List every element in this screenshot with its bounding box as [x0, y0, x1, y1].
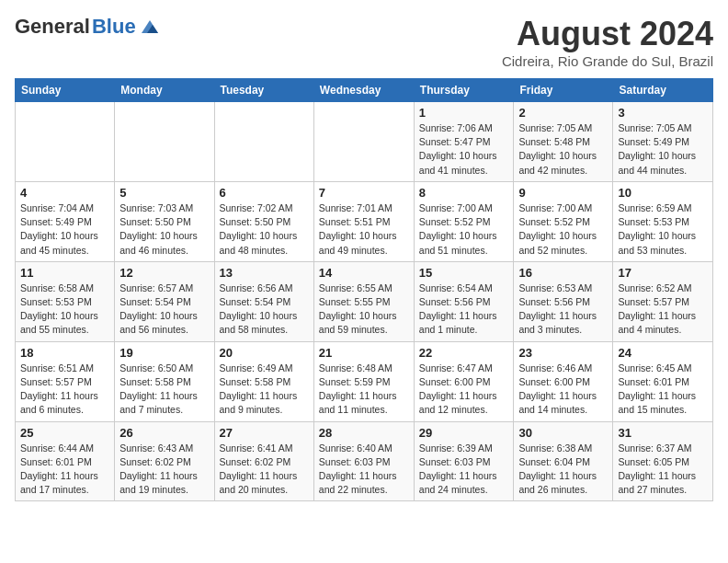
day-number: 4 [20, 186, 109, 200]
table-row [313, 102, 414, 182]
day-info: Sunrise: 6:59 AMSunset: 5:53 PMDaylight:… [618, 201, 708, 258]
day-info: Sunrise: 7:01 AMSunset: 5:51 PMDaylight:… [319, 201, 409, 258]
table-row: 31Sunrise: 6:37 AMSunset: 6:05 PMDayligh… [613, 421, 713, 501]
table-row: 9Sunrise: 7:00 AMSunset: 5:52 PMDaylight… [514, 181, 613, 261]
table-row: 21Sunrise: 6:48 AMSunset: 5:59 PMDayligh… [313, 341, 414, 421]
day-info: Sunrise: 7:02 AMSunset: 5:50 PMDaylight:… [220, 201, 309, 258]
day-number: 21 [319, 346, 409, 360]
week-row-4: 18Sunrise: 6:51 AMSunset: 5:57 PMDayligh… [16, 341, 713, 421]
day-info: Sunrise: 6:53 AMSunset: 5:56 PMDaylight:… [518, 282, 608, 338]
day-info: Sunrise: 7:00 AMSunset: 5:52 PMDaylight:… [518, 201, 608, 258]
table-row: 19Sunrise: 6:50 AMSunset: 5:58 PMDayligh… [115, 341, 214, 421]
table-row: 7Sunrise: 7:01 AMSunset: 5:51 PMDaylight… [313, 181, 414, 261]
header-saturday: Saturday [613, 79, 713, 102]
table-row: 12Sunrise: 6:57 AMSunset: 5:54 PMDayligh… [115, 261, 214, 341]
day-info: Sunrise: 6:43 AMSunset: 6:02 PMDaylight:… [119, 442, 209, 498]
day-number: 23 [518, 346, 608, 360]
day-number: 11 [20, 266, 109, 280]
weekday-header-row: Sunday Monday Tuesday Wednesday Thursday… [16, 79, 713, 102]
header-thursday: Thursday [414, 79, 514, 102]
table-row: 2Sunrise: 7:05 AMSunset: 5:48 PMDaylight… [514, 102, 613, 182]
day-info: Sunrise: 7:03 AMSunset: 5:50 PMDaylight:… [119, 201, 209, 258]
week-row-5: 25Sunrise: 6:44 AMSunset: 6:01 PMDayligh… [16, 421, 713, 501]
day-number: 1 [419, 106, 509, 120]
day-number: 6 [220, 186, 309, 200]
table-row: 14Sunrise: 6:55 AMSunset: 5:55 PMDayligh… [313, 261, 414, 341]
day-info: Sunrise: 6:46 AMSunset: 6:00 PMDaylight:… [518, 362, 608, 418]
table-row: 26Sunrise: 6:43 AMSunset: 6:02 PMDayligh… [115, 421, 214, 501]
day-number: 8 [419, 186, 509, 200]
day-number: 29 [419, 426, 509, 440]
week-row-2: 4Sunrise: 7:04 AMSunset: 5:49 PMDaylight… [16, 181, 713, 261]
logo-blue: Blue [92, 15, 136, 39]
day-number: 5 [119, 186, 209, 200]
table-row: 27Sunrise: 6:41 AMSunset: 6:02 PMDayligh… [214, 421, 313, 501]
table-row: 25Sunrise: 6:44 AMSunset: 6:01 PMDayligh… [16, 421, 115, 501]
day-info: Sunrise: 6:39 AMSunset: 6:03 PMDaylight:… [419, 442, 509, 498]
day-info: Sunrise: 7:05 AMSunset: 5:49 PMDaylight:… [618, 121, 708, 178]
day-info: Sunrise: 7:05 AMSunset: 5:48 PMDaylight:… [518, 121, 608, 178]
table-row: 4Sunrise: 7:04 AMSunset: 5:49 PMDaylight… [16, 181, 115, 261]
day-number: 22 [419, 346, 509, 360]
day-info: Sunrise: 6:44 AMSunset: 6:01 PMDaylight:… [20, 442, 109, 498]
day-info: Sunrise: 7:04 AMSunset: 5:49 PMDaylight:… [20, 201, 109, 258]
header-wednesday: Wednesday [313, 79, 414, 102]
table-row: 11Sunrise: 6:58 AMSunset: 5:53 PMDayligh… [16, 261, 115, 341]
table-row [214, 102, 313, 182]
day-number: 25 [20, 426, 109, 440]
day-number: 24 [618, 346, 708, 360]
logo: General Blue [15, 15, 160, 39]
day-number: 10 [618, 186, 708, 200]
day-info: Sunrise: 6:38 AMSunset: 6:04 PMDaylight:… [518, 442, 608, 498]
day-number: 27 [220, 426, 309, 440]
day-number: 17 [618, 266, 708, 280]
header-sunday: Sunday [16, 79, 115, 102]
day-info: Sunrise: 6:56 AMSunset: 5:54 PMDaylight:… [220, 282, 309, 338]
table-row: 20Sunrise: 6:49 AMSunset: 5:58 PMDayligh… [214, 341, 313, 421]
day-number: 19 [119, 346, 209, 360]
table-row: 22Sunrise: 6:47 AMSunset: 6:00 PMDayligh… [414, 341, 514, 421]
day-info: Sunrise: 6:54 AMSunset: 5:56 PMDaylight:… [419, 282, 509, 338]
day-number: 14 [319, 266, 409, 280]
table-row: 13Sunrise: 6:56 AMSunset: 5:54 PMDayligh… [214, 261, 313, 341]
day-number: 7 [319, 186, 409, 200]
day-number: 20 [220, 346, 309, 360]
table-row: 28Sunrise: 6:40 AMSunset: 6:03 PMDayligh… [313, 421, 414, 501]
day-info: Sunrise: 7:06 AMSunset: 5:47 PMDaylight:… [419, 121, 509, 178]
day-info: Sunrise: 7:00 AMSunset: 5:52 PMDaylight:… [419, 201, 509, 258]
table-row: 23Sunrise: 6:46 AMSunset: 6:00 PMDayligh… [514, 341, 613, 421]
day-info: Sunrise: 6:52 AMSunset: 5:57 PMDaylight:… [618, 282, 708, 338]
table-row: 15Sunrise: 6:54 AMSunset: 5:56 PMDayligh… [414, 261, 514, 341]
day-number: 30 [518, 426, 608, 440]
table-row [16, 102, 115, 182]
table-row: 10Sunrise: 6:59 AMSunset: 5:53 PMDayligh… [613, 181, 713, 261]
day-number: 2 [518, 106, 608, 120]
day-info: Sunrise: 6:41 AMSunset: 6:02 PMDaylight:… [220, 442, 309, 498]
day-info: Sunrise: 6:45 AMSunset: 6:01 PMDaylight:… [618, 362, 708, 418]
table-row: 29Sunrise: 6:39 AMSunset: 6:03 PMDayligh… [414, 421, 514, 501]
day-number: 26 [119, 426, 209, 440]
day-number: 3 [618, 106, 708, 120]
table-row: 1Sunrise: 7:06 AMSunset: 5:47 PMDaylight… [414, 102, 514, 182]
day-info: Sunrise: 6:48 AMSunset: 5:59 PMDaylight:… [319, 362, 409, 418]
logo-icon [140, 17, 160, 37]
table-row: 18Sunrise: 6:51 AMSunset: 5:57 PMDayligh… [16, 341, 115, 421]
week-row-3: 11Sunrise: 6:58 AMSunset: 5:53 PMDayligh… [16, 261, 713, 341]
day-number: 13 [220, 266, 309, 280]
month-year: August 2024 [502, 15, 713, 53]
header-tuesday: Tuesday [214, 79, 313, 102]
day-info: Sunrise: 6:57 AMSunset: 5:54 PMDaylight:… [119, 282, 209, 338]
calendar-table: Sunday Monday Tuesday Wednesday Thursday… [15, 78, 713, 501]
day-info: Sunrise: 6:55 AMSunset: 5:55 PMDaylight:… [319, 282, 409, 338]
table-row: 5Sunrise: 7:03 AMSunset: 5:50 PMDaylight… [115, 181, 214, 261]
table-row: 30Sunrise: 6:38 AMSunset: 6:04 PMDayligh… [514, 421, 613, 501]
table-row: 24Sunrise: 6:45 AMSunset: 6:01 PMDayligh… [613, 341, 713, 421]
table-row: 6Sunrise: 7:02 AMSunset: 5:50 PMDaylight… [214, 181, 313, 261]
day-number: 31 [618, 426, 708, 440]
day-info: Sunrise: 6:37 AMSunset: 6:05 PMDaylight:… [618, 442, 708, 498]
day-number: 12 [119, 266, 209, 280]
table-row: 3Sunrise: 7:05 AMSunset: 5:49 PMDaylight… [613, 102, 713, 182]
title-section: August 2024 Cidreira, Rio Grande do Sul,… [502, 15, 713, 69]
day-info: Sunrise: 6:49 AMSunset: 5:58 PMDaylight:… [220, 362, 309, 418]
table-row: 8Sunrise: 7:00 AMSunset: 5:52 PMDaylight… [414, 181, 514, 261]
